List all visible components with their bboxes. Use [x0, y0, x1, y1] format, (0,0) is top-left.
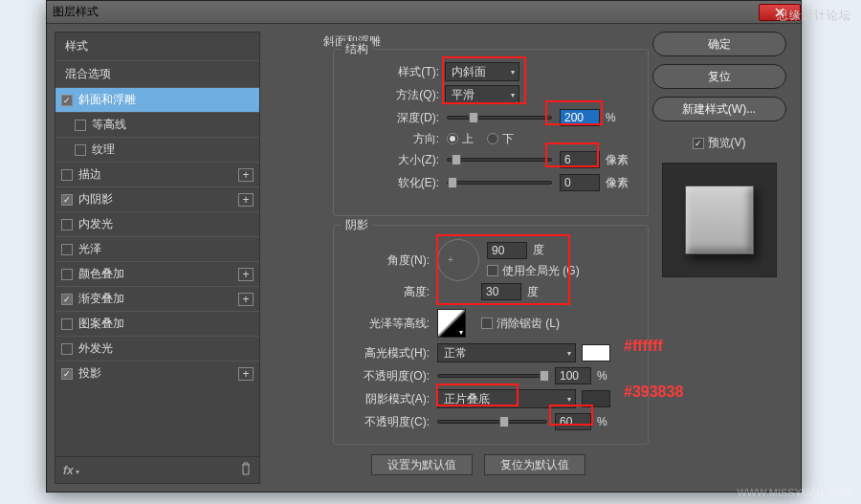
soften-input[interactable]: 0	[560, 174, 600, 191]
chevron-down-icon: ▾	[459, 328, 463, 337]
shadow-color-swatch[interactable]	[582, 390, 610, 407]
shadow-mode-dropdown[interactable]: 正片叠底▾	[437, 389, 576, 408]
altitude-input[interactable]: 30	[481, 283, 521, 300]
style-item-label: 内阴影	[78, 191, 113, 208]
size-slider[interactable]	[447, 158, 552, 162]
gloss-contour-picker[interactable]: ▾	[437, 309, 466, 338]
antialias-checkbox[interactable]	[481, 318, 493, 329]
size-label: 大小(Z):	[334, 152, 439, 168]
style-item[interactable]: 内阴影+	[55, 186, 259, 211]
preview-checkbox[interactable]	[693, 138, 704, 149]
new-style-button[interactable]: 新建样式(W)...	[652, 97, 786, 121]
add-effect-icon[interactable]: +	[238, 293, 254, 306]
depth-input[interactable]: 200	[560, 109, 600, 126]
size-input[interactable]: 6	[560, 151, 600, 168]
antialias-label: 消除锯齿 (L)	[497, 316, 560, 332]
pct2: %	[597, 415, 607, 428]
depth-unit: %	[606, 111, 616, 124]
shadow-opacity-slider[interactable]	[437, 420, 547, 424]
style-dropdown[interactable]: 内斜面▾	[445, 62, 519, 81]
style-checkbox[interactable]	[61, 343, 73, 355]
altitude-unit: 度	[527, 284, 539, 300]
style-item-label: 外发光	[78, 340, 113, 357]
style-item-label: 颜色叠加	[78, 266, 124, 282]
style-item[interactable]: 投影+	[55, 361, 259, 385]
add-effect-icon[interactable]: +	[238, 193, 254, 207]
altitude-label: 高度:	[334, 284, 430, 300]
pct: %	[597, 369, 607, 383]
direction-down-label: 下	[502, 131, 514, 147]
style-list: 斜面和浮雕等高线纹理描边+内阴影+内发光光泽颜色叠加+渐变叠加+图案叠加外发光投…	[55, 87, 259, 456]
chevron-down-icon: ▾	[511, 91, 515, 99]
use-global-light-checkbox[interactable]	[487, 265, 498, 276]
chevron-down-icon: ▾	[567, 349, 571, 358]
style-item[interactable]: 内发光	[55, 211, 259, 236]
add-effect-icon[interactable]: +	[238, 367, 254, 381]
style-checkbox[interactable]	[61, 219, 73, 230]
make-default-button[interactable]: 设置为默认值	[371, 454, 473, 475]
highlight-opacity-input[interactable]: 100	[555, 367, 591, 384]
ok-button[interactable]: 确定	[652, 32, 786, 56]
shadow-opacity-input[interactable]: 60	[555, 413, 591, 430]
style-checkbox[interactable]	[61, 294, 73, 305]
style-checkbox[interactable]	[61, 194, 73, 206]
direction-label: 方向:	[334, 131, 439, 147]
highlight-mode-label: 高光模式(H):	[334, 345, 430, 362]
style-label: 样式(T):	[334, 64, 439, 80]
cancel-button[interactable]: 复位	[652, 64, 786, 89]
angle-input[interactable]: 90	[487, 242, 527, 259]
style-item[interactable]: 纹理	[55, 137, 259, 162]
style-checkbox[interactable]	[61, 169, 73, 181]
chevron-down-icon: ▾	[511, 68, 515, 77]
style-item[interactable]: 斜面和浮雕	[55, 87, 259, 112]
reset-default-button[interactable]: 复位为默认值	[484, 454, 585, 475]
highlight-color-swatch[interactable]	[582, 344, 610, 362]
sidebar-header: 样式	[55, 33, 259, 60]
style-item[interactable]: 图案叠加	[55, 311, 259, 336]
depth-slider[interactable]	[447, 116, 552, 120]
style-item-label: 光泽	[78, 241, 101, 257]
style-item[interactable]: 光泽	[55, 236, 259, 261]
delete-icon[interactable]	[240, 462, 252, 478]
direction-up-radio[interactable]	[447, 133, 458, 144]
preview-swatch	[685, 186, 754, 254]
method-dropdown[interactable]: 平滑▾	[445, 85, 519, 104]
structure-legend: 结构	[342, 41, 372, 57]
style-checkbox[interactable]	[61, 244, 73, 255]
direction-down-radio[interactable]	[487, 133, 498, 144]
style-item[interactable]: 描边+	[55, 162, 259, 186]
titlebar[interactable]: 图层样式	[47, 1, 801, 24]
annotation-shadow-color: #393838	[624, 383, 683, 401]
highlight-opacity-slider[interactable]	[437, 374, 547, 378]
soften-slider[interactable]	[447, 181, 552, 185]
use-global-light-label: 使用全局光 (G)	[502, 263, 580, 279]
fx-menu[interactable]: fx▾	[63, 464, 79, 477]
style-item[interactable]: 外发光	[55, 336, 259, 361]
style-checkbox[interactable]	[75, 120, 86, 131]
styles-sidebar: 样式 混合选项 斜面和浮雕等高线纹理描边+内阴影+内发光光泽颜色叠加+渐变叠加+…	[55, 32, 260, 484]
style-item[interactable]: 等高线	[55, 112, 259, 137]
preview-label: 预览(V)	[708, 135, 746, 151]
direction-up-label: 上	[462, 131, 474, 147]
style-item-label: 内发光	[78, 216, 113, 232]
shadow-opacity-label: 不透明度(C):	[334, 414, 430, 430]
highlight-mode-dropdown[interactable]: 正常▾	[437, 343, 576, 362]
style-item-label: 纹理	[92, 142, 115, 158]
chevron-down-icon: ▾	[567, 395, 571, 404]
add-effect-icon[interactable]: +	[238, 168, 254, 182]
shadow-mode-label: 阴影模式(A):	[334, 391, 430, 407]
style-checkbox[interactable]	[75, 144, 86, 156]
gloss-label: 光泽等高线:	[334, 316, 430, 332]
style-checkbox[interactable]	[61, 95, 73, 106]
angle-unit: 度	[533, 242, 544, 258]
add-effect-icon[interactable]: +	[238, 268, 254, 281]
style-checkbox[interactable]	[61, 318, 73, 330]
style-item[interactable]: 颜色叠加+	[55, 261, 259, 286]
style-checkbox[interactable]	[61, 368, 73, 380]
style-checkbox[interactable]	[61, 269, 73, 280]
angle-dial[interactable]	[437, 239, 479, 281]
shading-group: 阴影 角度(N): 90 度 使用全局光 (G)	[333, 225, 649, 445]
style-item-label: 斜面和浮雕	[78, 92, 136, 108]
blending-options[interactable]: 混合选项	[55, 60, 259, 87]
style-item[interactable]: 渐变叠加+	[55, 286, 259, 311]
